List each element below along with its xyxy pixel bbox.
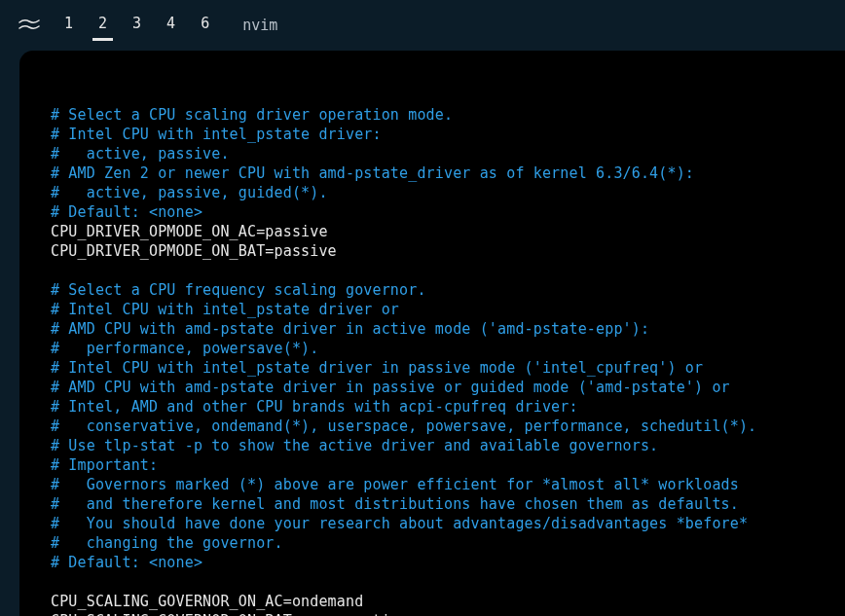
editor-line: # Intel CPU with intel_pstate driver or [51, 300, 814, 319]
tab-1[interactable]: 1 [58, 10, 79, 41]
editor-line: # Default: <none> [51, 553, 814, 572]
tab-4[interactable]: 4 [161, 10, 181, 41]
editor-viewport[interactable]: # Select a CPU scaling driver operation … [19, 51, 845, 616]
editor-line: # and therefore kernel and most distribu… [51, 494, 814, 514]
editor-line: # performance, powersave(*). [51, 339, 814, 358]
tab-3[interactable]: 3 [127, 10, 147, 41]
editor-line: # AMD Zen 2 or newer CPU with amd-pstate… [51, 163, 814, 183]
editor-line: CPU_SCALING_GOVERNOR_ON_BAT=conservative [51, 611, 814, 616]
editor-line: # Intel, AMD and other CPU brands with a… [51, 397, 814, 417]
tab-bar: 1 2 3 4 6 nvim [0, 0, 845, 41]
editor-line: # Governors marked (*) above are power e… [51, 475, 814, 494]
editor-line: # Use tlp-stat -p to show the active dri… [51, 436, 814, 455]
editor-line: CPU_SCALING_GOVERNOR_ON_AC=ondemand [51, 592, 814, 611]
editor-line: # Intel CPU with intel_pstate driver in … [51, 358, 814, 378]
editor-line [51, 261, 814, 280]
editor-line: CPU_DRIVER_OPMODE_ON_AC=passive [51, 222, 814, 241]
editor-line: # active, passive. [51, 144, 814, 163]
editor-line [51, 572, 814, 592]
editor-line: CPU_DRIVER_OPMODE_ON_BAT=passive [51, 241, 814, 261]
app-logo-icon [18, 17, 45, 34]
editor-line [51, 86, 814, 105]
editor-line: # AMD CPU with amd-pstate driver in pass… [51, 378, 814, 397]
editor-line: # Intel CPU with intel_pstate driver: [51, 125, 814, 144]
tab-2[interactable]: 2 [92, 10, 113, 41]
editor-line: # Default: <none> [51, 202, 814, 222]
editor-line: # AMD CPU with amd-pstate driver in acti… [51, 319, 814, 339]
editor-line: # active, passive, guided(*). [51, 183, 814, 202]
editor-line: # changing the governor. [51, 533, 814, 553]
editor-content: # Select a CPU scaling driver operation … [19, 51, 845, 616]
app-title: nvim [242, 16, 277, 35]
editor-line: # Select a CPU scaling driver operation … [51, 105, 814, 125]
editor-line: # Select a CPU frequency scaling governo… [51, 280, 814, 300]
editor-line: # conservative, ondemand(*), userspace, … [51, 417, 814, 436]
tab-6[interactable]: 6 [195, 10, 215, 41]
editor-line: # You should have done your research abo… [51, 514, 814, 533]
editor-line: # Important: [51, 455, 814, 475]
